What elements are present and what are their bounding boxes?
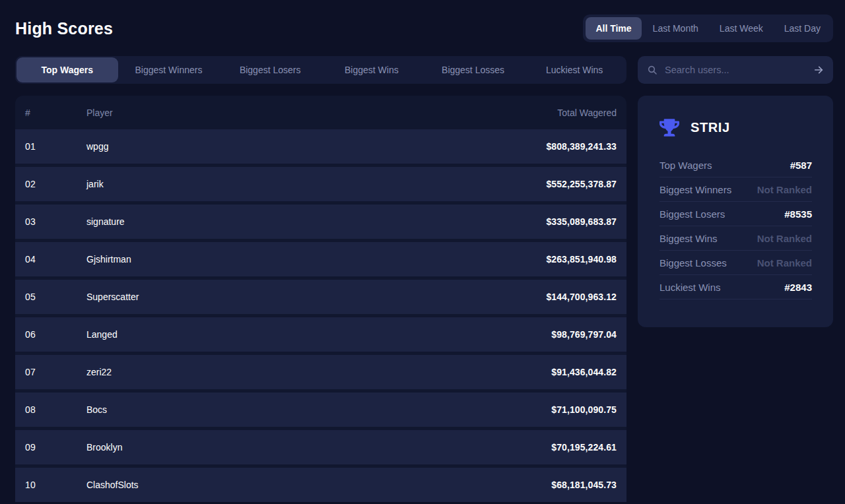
amount-cell: $808,389,241.33 bbox=[546, 141, 617, 152]
player-cell: Superscatter bbox=[86, 292, 546, 302]
tab-biggest-wins[interactable]: Biggest Wins bbox=[321, 57, 422, 82]
stat-row-biggest-losers: Biggest Losers #8535 bbox=[659, 202, 812, 226]
table-row[interactable]: 10 ClashofSlots $68,181,045.73 bbox=[15, 468, 626, 502]
tab-biggest-winners[interactable]: Biggest Winners bbox=[118, 57, 220, 82]
player-cell: jarik bbox=[86, 179, 546, 189]
table-row[interactable]: 09 Brooklyn $70,195,224.61 bbox=[15, 430, 626, 464]
user-rank-card: STRIJ Top Wagers #587 Biggest Winners No… bbox=[638, 96, 833, 327]
table-row[interactable]: 04 Gjshirtman $263,851,940.98 bbox=[15, 242, 626, 276]
rank-cell: 09 bbox=[25, 442, 86, 453]
rank-cell: 10 bbox=[25, 480, 86, 490]
amount-cell: $68,181,045.73 bbox=[551, 480, 617, 490]
stat-row-biggest-winners: Biggest Winners Not Ranked bbox=[659, 177, 812, 202]
trophy-icon bbox=[659, 119, 679, 137]
amount-cell: $335,089,683.87 bbox=[546, 216, 617, 227]
time-filter-last-week[interactable]: Last Week bbox=[710, 17, 773, 40]
table-row[interactable]: 03 signature $335,089,683.87 bbox=[15, 205, 626, 239]
amount-cell: $91,436,044.82 bbox=[551, 367, 617, 377]
table-row[interactable]: 08 Bocs $71,100,090.75 bbox=[15, 393, 626, 427]
toolbar: Top Wagers Biggest Winners Biggest Loser… bbox=[0, 42, 845, 84]
time-filter-last-day[interactable]: Last Day bbox=[774, 17, 830, 40]
high-scores-page: High Scores All Time Last Month Last Wee… bbox=[0, 0, 845, 504]
column-header-total-wagered: Total Wagered bbox=[557, 108, 617, 118]
column-header-player: Player bbox=[86, 108, 557, 118]
player-cell: Langed bbox=[86, 329, 551, 340]
tab-biggest-losers[interactable]: Biggest Losers bbox=[219, 57, 321, 82]
player-cell: Gjshirtman bbox=[86, 254, 546, 265]
stat-value: Not Ranked bbox=[757, 184, 812, 195]
stat-value: #8535 bbox=[784, 208, 812, 220]
time-filter-group: All Time Last Month Last Week Last Day bbox=[583, 15, 833, 42]
rank-cell: 02 bbox=[25, 179, 86, 189]
stat-row-biggest-wins: Biggest Wins Not Ranked bbox=[659, 226, 812, 251]
user-card-header: STRIJ bbox=[659, 117, 812, 138]
username: STRIJ bbox=[691, 120, 730, 135]
stat-row-luckiest-wins: Luckiest Wins #2843 bbox=[659, 275, 812, 299]
stat-label: Top Wagers bbox=[659, 160, 712, 171]
time-filter-all-time[interactable]: All Time bbox=[586, 17, 641, 40]
content: # Player Total Wagered 01 wpgg $808,389,… bbox=[0, 84, 845, 502]
leaderboard-tab-bar: Top Wagers Biggest Winners Biggest Loser… bbox=[15, 56, 626, 84]
amount-cell: $552,255,378.87 bbox=[546, 179, 617, 189]
stat-value: #2843 bbox=[784, 282, 812, 293]
table-row[interactable]: 02 jarik $552,255,378.87 bbox=[15, 167, 626, 201]
table-row[interactable]: 07 zeri22 $91,436,044.82 bbox=[15, 355, 626, 389]
table-row[interactable]: 05 Superscatter $144,700,963.12 bbox=[15, 280, 626, 314]
tab-luckiest-wins[interactable]: Luckiest Wins bbox=[524, 57, 625, 82]
table-header: # Player Total Wagered bbox=[15, 96, 626, 129]
tab-biggest-losses[interactable]: Biggest Losses bbox=[422, 57, 524, 82]
stat-row-biggest-losses: Biggest Losses Not Ranked bbox=[659, 251, 812, 275]
stat-label: Biggest Losses bbox=[659, 257, 727, 268]
search-icon bbox=[647, 65, 658, 75]
amount-cell: $70,195,224.61 bbox=[551, 442, 617, 453]
tab-top-wagers[interactable]: Top Wagers bbox=[17, 57, 118, 82]
stat-label: Luckiest Wins bbox=[659, 282, 721, 293]
player-cell: Bocs bbox=[86, 404, 551, 415]
rank-cell: 05 bbox=[25, 292, 86, 302]
column-header-rank: # bbox=[25, 108, 86, 118]
rank-cell: 01 bbox=[25, 141, 86, 152]
amount-cell: $98,769,797.04 bbox=[551, 329, 617, 340]
stat-label: Biggest Winners bbox=[659, 184, 731, 195]
stat-label: Biggest Wins bbox=[659, 233, 718, 244]
stat-value: Not Ranked bbox=[757, 257, 812, 268]
rank-cell: 03 bbox=[25, 216, 86, 227]
search-submit-button[interactable] bbox=[813, 65, 824, 75]
player-cell: Brooklyn bbox=[86, 442, 551, 453]
player-cell: zeri22 bbox=[86, 367, 551, 377]
amount-cell: $144,700,963.12 bbox=[546, 292, 617, 302]
rank-cell: 04 bbox=[25, 254, 86, 265]
table-row[interactable]: 01 wpgg $808,389,241.33 bbox=[15, 129, 626, 164]
stat-label: Biggest Losers bbox=[659, 208, 725, 220]
page-header: High Scores All Time Last Month Last Wee… bbox=[0, 0, 845, 42]
user-stats-list: Top Wagers #587 Biggest Winners Not Rank… bbox=[659, 153, 812, 299]
player-cell: wpgg bbox=[86, 141, 546, 152]
stat-value: #587 bbox=[790, 160, 812, 171]
player-cell: signature bbox=[86, 216, 546, 227]
table-row[interactable]: 06 Langed $98,769,797.04 bbox=[15, 317, 626, 352]
time-filter-last-month[interactable]: Last Month bbox=[643, 17, 708, 40]
amount-cell: $263,851,940.98 bbox=[546, 254, 617, 265]
rank-cell: 06 bbox=[25, 329, 86, 340]
search-box bbox=[638, 56, 833, 84]
amount-cell: $71,100,090.75 bbox=[551, 404, 617, 415]
player-cell: ClashofSlots bbox=[86, 480, 551, 490]
page-title: High Scores bbox=[15, 19, 113, 38]
rank-cell: 08 bbox=[25, 404, 86, 415]
search-input[interactable] bbox=[663, 64, 807, 76]
arrow-right-icon bbox=[813, 65, 824, 75]
stat-value: Not Ranked bbox=[757, 233, 812, 244]
rank-cell: 07 bbox=[25, 367, 86, 377]
leaderboard-table: # Player Total Wagered 01 wpgg $808,389,… bbox=[15, 96, 626, 502]
stat-row-top-wagers: Top Wagers #587 bbox=[659, 153, 812, 177]
